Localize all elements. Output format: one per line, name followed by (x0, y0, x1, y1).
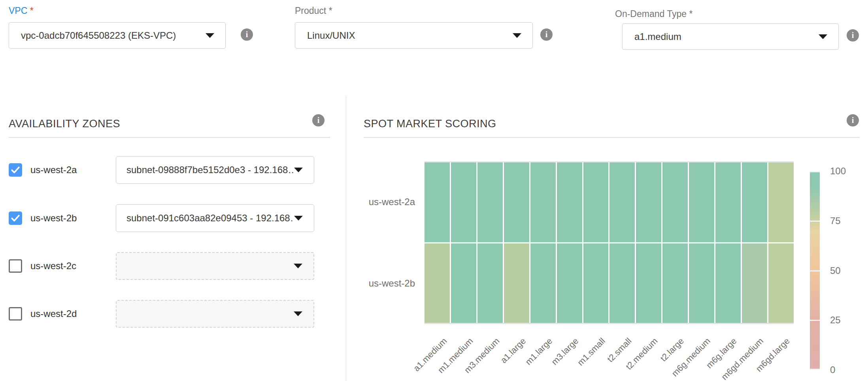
colorbar-tick-line (810, 171, 820, 172)
colorbar-tick-label: 25 (830, 315, 841, 326)
heatmap-cell[interactable] (451, 243, 476, 323)
heatmap-cell[interactable] (609, 162, 635, 242)
on-demand-type-label-text: On-Demand Type (615, 9, 687, 19)
az-checkbox-us-west-2d[interactable] (9, 307, 22, 321)
heatmap-cell[interactable] (609, 243, 635, 323)
product-required-asterisk: * (329, 6, 332, 16)
heatmap-cell[interactable] (557, 243, 582, 323)
on-demand-type-required-asterisk: * (689, 9, 693, 19)
az-name-label: us-west-2b (30, 204, 77, 232)
heatmap-cell[interactable] (715, 162, 741, 242)
spot-market-scoring-info-icon[interactable]: i (847, 114, 859, 126)
chevron-down-icon (513, 33, 521, 38)
spot-market-heatmap (425, 161, 794, 324)
heatmap-cell[interactable] (504, 162, 529, 242)
heatmap-cell[interactable] (477, 243, 503, 323)
heatmap-cell[interactable] (742, 162, 767, 242)
spot-market-scoring-title: SPOT MARKET SCORING (364, 118, 496, 130)
az-subnet-dropdown-us-west-2b[interactable]: subnet-091c603aa82e09453 - 192.168… (116, 204, 314, 232)
heatmap-cell[interactable] (583, 243, 609, 323)
heatmap-cell[interactable] (530, 243, 556, 323)
chevron-down-icon (206, 33, 214, 38)
az-row-us-west-2a: us-west-2a subnet-09888f7be5152d0e3 - 19… (9, 156, 330, 184)
az-subnet-value: subnet-091c603aa82e09453 - 192.168… (116, 213, 294, 224)
product-label-text: Product (295, 6, 326, 16)
on-demand-type-info-icon[interactable]: i (847, 29, 859, 41)
az-row-us-west-2c: us-west-2c (9, 252, 330, 280)
heatmap-cell[interactable] (530, 162, 556, 242)
colorbar-tick-label: 50 (830, 265, 841, 276)
colorbar-tick-line (810, 320, 820, 321)
heatmap-cell[interactable] (689, 243, 714, 323)
heatmap-cell[interactable] (583, 162, 609, 242)
az-checkbox-us-west-2b[interactable] (9, 211, 22, 225)
az-row-us-west-2d: us-west-2d (9, 300, 330, 328)
availability-zones-divider (9, 137, 330, 138)
heatmap-cell[interactable] (477, 162, 503, 242)
product-label: Product * (295, 6, 332, 16)
heatmap-cell[interactable] (425, 243, 450, 323)
heatmap-cell[interactable] (715, 243, 741, 323)
product-dropdown[interactable]: Linux/UNIX (295, 22, 533, 49)
az-checkbox-us-west-2a[interactable] (9, 163, 22, 177)
az-subnet-dropdown-us-west-2c[interactable] (116, 252, 314, 280)
heatmap-column-label: m1.large (523, 336, 555, 367)
heatmap-column-label: a1.large (498, 336, 528, 366)
heatmap-cell[interactable] (425, 162, 450, 242)
product-dropdown-value: Linux/UNIX (295, 30, 513, 41)
az-name-label: us-west-2d (30, 300, 77, 328)
vpc-dropdown[interactable]: vpc-0adcb70f645508223 (EKS-VPC) (9, 22, 226, 49)
chevron-down-icon (294, 311, 302, 316)
heatmap-cell[interactable] (662, 243, 688, 323)
vpc-info-icon[interactable]: i (241, 28, 253, 41)
chevron-down-icon (819, 34, 827, 39)
az-name-label: us-west-2a (30, 156, 77, 184)
spot-market-scoring-divider (364, 137, 859, 138)
colorbar-tick-line (810, 369, 820, 370)
vpc-label-text: VPC (9, 6, 27, 16)
heatmap-cell[interactable] (689, 162, 714, 242)
az-name-label: us-west-2c (30, 252, 76, 280)
heatmap-column-label: m1.small (575, 336, 607, 368)
az-row-us-west-2b: us-west-2b subnet-091c603aa82e09453 - 19… (9, 204, 330, 232)
vpc-required-asterisk: * (30, 6, 34, 16)
heatmap-row-label: us-west-2a (352, 196, 415, 207)
heatmap-cell[interactable] (557, 162, 582, 242)
panel-divider (346, 96, 346, 381)
chevron-down-icon (294, 264, 302, 268)
availability-zones-info-icon[interactable]: i (312, 114, 325, 126)
heatmap-row-label: us-west-2b (352, 278, 415, 289)
colorbar-tick-line (810, 270, 820, 272)
on-demand-type-label: On-Demand Type * (615, 9, 693, 19)
heatmap-column-label: m3.large (549, 336, 581, 367)
colorbar-tick-label: 0 (830, 364, 835, 375)
spot-instance-config-page: VPC * vpc-0adcb70f645508223 (EKS-VPC) i … (0, 0, 868, 381)
product-info-icon[interactable]: i (540, 28, 553, 41)
colorbar-tick-label: 100 (830, 166, 846, 177)
chevron-down-icon (294, 216, 303, 221)
colorbar-tick-label: 75 (830, 215, 841, 226)
availability-zones-title: AVAILABILITY ZONES (9, 118, 120, 130)
heatmap-cell[interactable] (742, 243, 767, 323)
vpc-label: VPC * (9, 6, 34, 16)
on-demand-type-dropdown[interactable]: a1.medium (622, 23, 839, 50)
heatmap-cell[interactable] (768, 162, 794, 242)
colorbar-tick-line (810, 221, 820, 222)
chevron-down-icon (294, 168, 303, 172)
heatmap-cell[interactable] (768, 243, 794, 323)
heatmap-cell[interactable] (504, 243, 529, 323)
heatmap-cell[interactable] (636, 162, 661, 242)
az-subnet-dropdown-us-west-2d[interactable] (116, 300, 314, 328)
heatmap-cell[interactable] (636, 243, 661, 323)
az-checkbox-us-west-2c[interactable] (9, 259, 22, 273)
az-subnet-dropdown-us-west-2a[interactable]: subnet-09888f7be5152d0e3 - 192.168… (116, 156, 314, 184)
az-subnet-value: subnet-09888f7be5152d0e3 - 192.168… (116, 164, 294, 175)
on-demand-type-dropdown-value: a1.medium (623, 31, 819, 42)
vpc-dropdown-value: vpc-0adcb70f645508223 (EKS-VPC) (9, 30, 206, 41)
heatmap-colorbar (810, 171, 820, 370)
heatmap-cell[interactable] (451, 162, 476, 242)
heatmap-cell[interactable] (662, 162, 688, 242)
